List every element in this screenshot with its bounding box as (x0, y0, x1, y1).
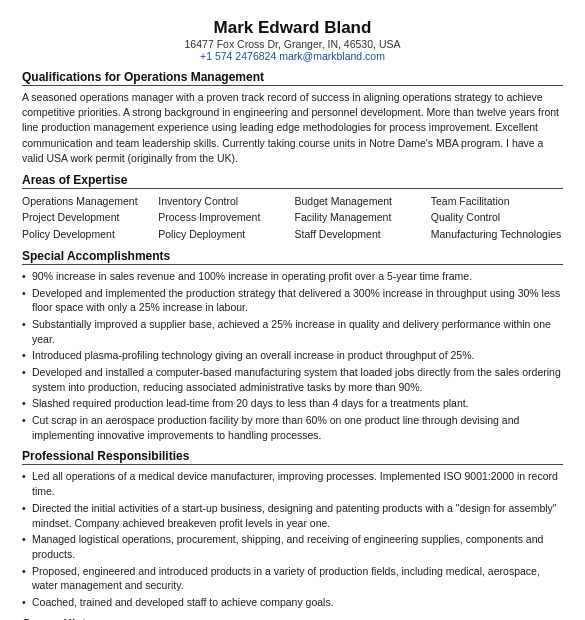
expertise-item: Manufacturing Technologies (431, 226, 563, 242)
career-title: Career History (22, 617, 563, 620)
responsibilities-title: Professional Responsibilities (22, 449, 563, 465)
resume-header: Mark Edward Bland 16477 Fox Cross Dr, Gr… (22, 18, 563, 62)
list-item: Cut scrap in an aerospace production fac… (22, 413, 563, 442)
expertise-item: Team Facilitation (431, 193, 563, 209)
list-item: Developed and implemented the production… (22, 286, 563, 315)
expertise-col-1: Inventory ControlProcess ImprovementPoli… (158, 193, 290, 242)
qualifications-title: Qualifications for Operations Management (22, 70, 563, 86)
expertise-grid: Operations ManagementProject Development… (22, 193, 563, 242)
accomplishments-title: Special Accomplishments (22, 249, 563, 265)
qualifications-body: A seasoned operations manager with a pro… (22, 90, 563, 166)
list-item: Coached, trained and developed staff to … (22, 595, 563, 610)
expertise-item: Inventory Control (158, 193, 290, 209)
responsibilities-section: Professional Responsibilities Led all op… (22, 449, 563, 609)
expertise-col-3: Team FacilitationQuality ControlManufact… (431, 193, 563, 242)
expertise-item: Project Development (22, 209, 154, 225)
responsibilities-list: Led all operations of a medical device m… (22, 469, 563, 609)
expertise-item: Policy Deployment (158, 226, 290, 242)
list-item: Proposed, engineered and introduced prod… (22, 564, 563, 593)
expertise-item: Staff Development (295, 226, 427, 242)
accomplishments-list: 90% increase in sales revenue and 100% i… (22, 269, 563, 443)
expertise-item: Budget Management (295, 193, 427, 209)
expertise-col-2: Budget ManagementFacility ManagementStaf… (295, 193, 427, 242)
candidate-address: 16477 Fox Cross Dr, Granger, IN, 46530, … (22, 38, 563, 50)
list-item: 90% increase in sales revenue and 100% i… (22, 269, 563, 284)
expertise-item: Process Improvement (158, 209, 290, 225)
expertise-col-0: Operations ManagementProject Development… (22, 193, 154, 242)
list-item: Developed and installed a computer-based… (22, 365, 563, 394)
expertise-item: Facility Management (295, 209, 427, 225)
expertise-item: Quality Control (431, 209, 563, 225)
list-item: Led all operations of a medical device m… (22, 469, 563, 498)
expertise-item: Operations Management (22, 193, 154, 209)
candidate-contact: +1 574 2476824 mark@markbland.com (22, 50, 563, 62)
expertise-section: Areas of Expertise Operations Management… (22, 173, 563, 242)
list-item: Managed logistical operations, procureme… (22, 532, 563, 561)
career-section: Career History I graduated from Imperial… (22, 617, 563, 620)
candidate-name: Mark Edward Bland (22, 18, 563, 38)
list-item: Directed the initial activities of a sta… (22, 501, 563, 530)
list-item: Slashed required production lead-time fr… (22, 396, 563, 411)
expertise-item: Policy Development (22, 226, 154, 242)
qualifications-section: Qualifications for Operations Management… (22, 70, 563, 166)
list-item: Introduced plasma-profiling technology g… (22, 348, 563, 363)
list-item: Substantially improved a supplier base, … (22, 317, 563, 346)
accomplishments-section: Special Accomplishments 90% increase in … (22, 249, 563, 443)
expertise-title: Areas of Expertise (22, 173, 563, 189)
